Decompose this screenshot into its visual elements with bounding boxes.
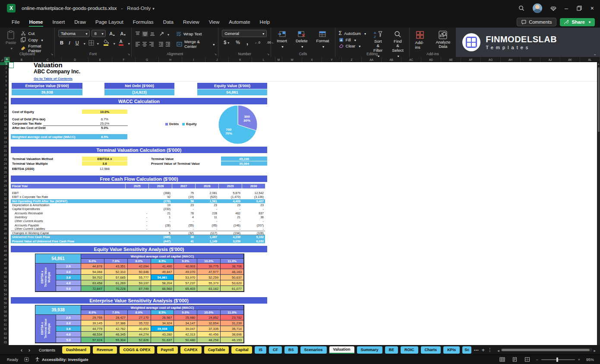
sensitivity-cell[interactable]: 40,853 <box>128 326 151 332</box>
decrease-indent-icon[interactable] <box>158 42 164 47</box>
row-header-34[interactable]: 34 <box>0 206 8 209</box>
fcf-cell[interactable]: (55) <box>172 224 195 227</box>
fcf-cell[interactable]: (32) <box>172 232 195 235</box>
sensitivity-cell[interactable]: 23,782 <box>221 315 244 320</box>
row-header-62[interactable]: 62 <box>0 327 8 330</box>
row-header-15[interactable]: 15 <box>0 123 8 126</box>
sheet-tab-scenarios[interactable]: Scenarios <box>300 346 327 354</box>
sheet-tab-capex[interactable]: CAPEX <box>180 346 202 354</box>
sensitivity-cell[interactable]: 38,696 <box>221 332 244 337</box>
fcf-cell[interactable]: (146) <box>218 224 242 227</box>
sensitivity-wacc-col[interactable]: 11.0% <box>221 310 244 315</box>
sensitivity-cell[interactable]: 72,847 <box>81 286 104 292</box>
fcf-cell[interactable]: - <box>172 227 195 230</box>
sensitivity-cell[interactable]: 58,204 <box>151 280 174 286</box>
fcf-cell[interactable]: 5,879 <box>218 191 242 195</box>
wacc-row-value[interactable]: 25.0% <box>82 121 127 126</box>
row-header-32[interactable]: 32 <box>0 197 8 200</box>
sensitivity-cell[interactable]: 35,722 <box>128 320 151 326</box>
delete-cells-button[interactable]: Delete <box>294 30 309 50</box>
menu-tab-formulas[interactable]: Formulas <box>128 18 158 26</box>
sheet-tab-bs[interactable]: BS <box>284 346 298 354</box>
orientation-dropdown-icon[interactable] <box>166 30 169 38</box>
zoom-control[interactable] <box>536 358 580 362</box>
row-header-3[interactable]: 3 <box>0 71 8 74</box>
row-header-27[interactable]: 27 <box>0 175 8 178</box>
gem-icon[interactable] <box>550 5 557 12</box>
sensitivity-wacc-col[interactable]: 8.5% <box>151 259 174 264</box>
row-header-26[interactable]: 26 <box>0 171 8 174</box>
sensitivity-cell[interactable]: 59,702 <box>81 275 104 280</box>
sensitivity-cell[interactable]: 54,861 <box>151 275 174 280</box>
sensitivity-cell[interactable]: 49,847 <box>151 269 174 275</box>
sensitivity-cell[interactable]: 29,755 <box>81 315 104 320</box>
row-header-46[interactable]: 46 <box>0 258 8 261</box>
row-header-47[interactable]: 47 <box>0 262 8 265</box>
sensitivity-cell[interactable]: 46,163 <box>221 269 244 275</box>
sensitivity-cell[interactable]: 65,403 <box>174 286 197 292</box>
fcf-cell[interactable]: 5 <box>148 232 172 235</box>
collapse-ribbon-icon[interactable] <box>593 52 597 56</box>
fcf-cell[interactable]: 11 <box>195 216 218 219</box>
restore-button[interactable] <box>576 5 583 12</box>
row-header-64[interactable]: 64 <box>0 336 8 339</box>
fcf-cell[interactable]: - <box>195 220 218 223</box>
column-header-AG[interactable]: AG <box>481 57 501 62</box>
row-header-22[interactable]: 22 <box>0 154 8 157</box>
column-header-H[interactable]: H <box>159 57 182 62</box>
percent-format-button[interactable]: % <box>234 40 242 45</box>
wacc-row-value[interactable]: 5.0% <box>82 126 127 130</box>
fcf-cell[interactable]: - <box>148 227 172 230</box>
sensitivity-cell[interactable]: 43,280 <box>151 332 174 337</box>
sensitivity-cell[interactable]: 52,826 <box>128 337 151 343</box>
zoom-slider[interactable] <box>541 359 575 360</box>
fcf-cell[interactable]: (276) <box>148 200 172 203</box>
sensitivity-cell[interactable]: 61,077 <box>221 286 244 292</box>
sensitivity-cell[interactable]: 57,685 <box>104 275 128 280</box>
sensitivity-cell[interactable]: 50,646 <box>128 269 151 275</box>
sensitivity-cell[interactable]: 44,779 <box>81 326 104 332</box>
sensitivity-cell[interactable]: 46,345 <box>104 332 128 337</box>
sensitivity-wacc-col[interactable]: 10.0% <box>197 310 221 315</box>
row-header-61[interactable]: 61 <box>0 323 8 326</box>
terminal-row-value[interactable]: 3.6 <box>82 161 127 166</box>
tab-nav-next-icon[interactable] <box>27 347 32 353</box>
sensitivity-multiple-row[interactable]: 2.0 <box>56 264 81 269</box>
fcf-cell[interactable]: 36 <box>242 216 265 219</box>
fcf-cell[interactable]: - <box>172 207 195 210</box>
minimize-button[interactable]: – <box>565 5 568 12</box>
sensitivity-cell[interactable]: 53,970 <box>174 275 197 280</box>
shrink-font-button[interactable]: A▼ <box>119 31 128 36</box>
normal-view-icon[interactable] <box>499 357 505 362</box>
fcf-cell[interactable]: 462 <box>218 212 242 215</box>
row-header-43[interactable]: 43 <box>0 245 8 248</box>
row-header-16[interactable]: 16 <box>0 127 8 130</box>
row-header-23[interactable]: 23 <box>0 158 8 161</box>
row-header-37[interactable]: 37 <box>0 219 8 222</box>
sensitivity-cell[interactable]: 27,170 <box>128 315 151 320</box>
clipboard-dialog-launcher-icon[interactable] <box>51 53 53 56</box>
row-header-56[interactable]: 56 <box>0 301 8 304</box>
sensitivity-cell[interactable]: 24,852 <box>197 315 221 320</box>
sheet-tab-valuation[interactable]: Valuation <box>329 346 354 354</box>
row-header-17[interactable]: 17 <box>0 132 8 135</box>
zoom-slider-thumb[interactable] <box>556 358 558 362</box>
column-header-C[interactable]: C <box>34 57 62 62</box>
sensitivity-wacc-col[interactable]: 11.0% <box>221 259 244 264</box>
underline-button[interactable]: U <box>74 40 81 45</box>
number-format-select[interactable]: General <box>222 30 267 37</box>
fcf-cell[interactable]: 12,542 <box>242 191 265 195</box>
sensitivity-cell[interactable]: 55,379 <box>197 280 221 286</box>
fcf-cell[interactable]: (3,136) <box>242 195 265 198</box>
increase-decimal-button[interactable]: ←.0 <box>253 41 262 44</box>
clear-button[interactable]: Clear <box>339 44 366 48</box>
fcf-cell[interactable]: 23 <box>218 204 242 207</box>
row-header-44[interactable]: 44 <box>0 249 8 252</box>
column-header-AL[interactable]: AL <box>580 57 600 62</box>
row-header-30[interactable]: 30 <box>0 188 8 191</box>
fill-color-button[interactable] <box>102 40 111 46</box>
row-header-4[interactable]: 4 <box>0 75 8 78</box>
row-header-6[interactable]: 6 <box>0 84 8 87</box>
sheet-tab-dashboard[interactable]: Dashboard <box>62 346 90 354</box>
page-break-view-icon[interactable] <box>524 357 530 362</box>
